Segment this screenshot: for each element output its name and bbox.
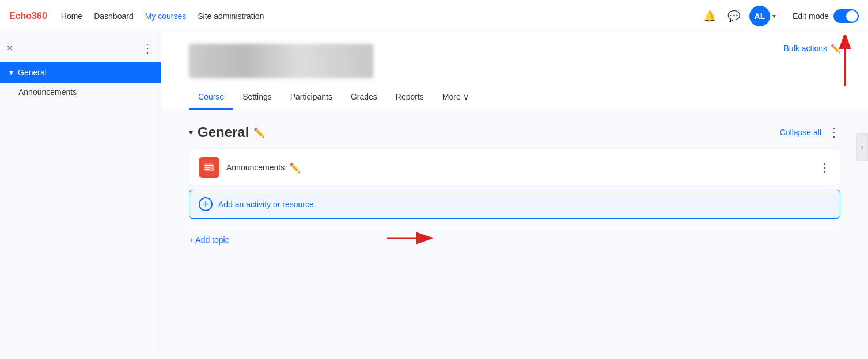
section-more-menu-button[interactable]: ⋮: [828, 125, 840, 139]
topnav-right: 🔔 💬 AL ▾ Edit mode: [701, 6, 859, 26]
add-topic-row: + Add topic: [189, 228, 840, 245]
bulk-actions-label: Bulk actions: [784, 44, 827, 53]
add-topic-label: + Add topic: [189, 235, 229, 245]
sidebar-section-chevron-icon: ▾: [9, 68, 13, 77]
tab-more[interactable]: More ∨: [433, 85, 478, 110]
sidebar-menu-button[interactable]: ⋮: [142, 41, 154, 55]
course-header: Bulk actions ✏️: [161, 32, 868, 85]
announcements-icon: [199, 157, 219, 178]
nav-my-courses[interactable]: My courses: [145, 12, 187, 21]
section-header: ▾ General ✏️ Collapse all ⋮: [189, 124, 840, 140]
logo: Echo360: [9, 11, 47, 21]
add-activity-plus-icon: +: [199, 197, 213, 211]
activity-more-menu-button[interactable]: ⋮: [819, 161, 831, 174]
add-activity-label: Add an activity or resource: [218, 200, 314, 209]
sidebar-section-label: General: [18, 68, 47, 77]
nav-site-administration[interactable]: Site administration: [198, 12, 264, 21]
tab-reports[interactable]: Reports: [386, 85, 433, 110]
edit-mode-toggle[interactable]: [833, 9, 859, 23]
bulk-actions-button[interactable]: Bulk actions ✏️: [784, 44, 840, 53]
sidebar-close-button[interactable]: ×: [7, 43, 12, 54]
content-area: Bulk actions ✏️ Course Settings Particip…: [161, 32, 868, 359]
section-title: ▾ General ✏️: [189, 124, 265, 140]
tab-settings[interactable]: Settings: [233, 85, 281, 110]
tab-grades[interactable]: Grades: [342, 85, 386, 110]
chat-icon[interactable]: 💬: [725, 7, 742, 25]
add-topic-button[interactable]: + Add topic: [189, 235, 229, 245]
sidebar-item-announcements[interactable]: Announcements: [0, 83, 161, 101]
tab-course[interactable]: Course: [189, 85, 233, 110]
section-collapse-chevron[interactable]: ▾: [189, 128, 193, 137]
nav-home[interactable]: Home: [61, 12, 82, 21]
notifications-bell[interactable]: 🔔: [701, 7, 718, 25]
sidebar-section-general[interactable]: ▾ General: [0, 62, 161, 83]
section-edit-icon[interactable]: ✏️: [253, 127, 265, 138]
edit-mode-label: Edit mode: [793, 12, 829, 21]
collapse-all-button[interactable]: Collapse all: [780, 128, 821, 137]
bulk-actions-row: Bulk actions ✏️: [784, 44, 840, 53]
sidebar-header: × ⋮: [0, 39, 161, 62]
top-nav: Echo360 Home Dashboard My courses Site a…: [0, 0, 868, 32]
user-avatar[interactable]: AL: [749, 6, 770, 26]
section-heading: General: [198, 124, 249, 140]
avatar-chevron-icon: ▾: [772, 12, 776, 20]
activity-item-announcements: Announcements ✏️ ⋮: [189, 150, 840, 185]
course-banner-image: [189, 44, 373, 78]
sidebar: × ⋮ ▾ General Announcements: [0, 32, 161, 359]
activity-edit-icon[interactable]: ✏️: [289, 162, 301, 173]
user-avatar-wrapper[interactable]: AL ▾: [749, 6, 776, 26]
section-actions: Collapse all ⋮: [780, 125, 840, 139]
activity-name-announcements: Announcements ✏️: [226, 162, 812, 173]
right-sidebar-toggle[interactable]: ‹: [856, 133, 868, 161]
course-tabs: Course Settings Participants Grades Repo…: [161, 85, 868, 110]
course-content: ▾ General ✏️ Collapse all ⋮: [161, 110, 868, 258]
nav-links: Home Dashboard My courses Site administr…: [61, 12, 264, 21]
main-layout: × ⋮ ▾ General Announcements Bulk actions…: [0, 32, 868, 359]
tab-participants[interactable]: Participants: [281, 85, 342, 110]
nav-dashboard[interactable]: Dashboard: [94, 12, 134, 21]
bulk-actions-edit-icon: ✏️: [831, 44, 840, 53]
edit-mode-section: Edit mode: [783, 9, 859, 23]
add-activity-button[interactable]: + Add an activity or resource: [189, 190, 840, 219]
